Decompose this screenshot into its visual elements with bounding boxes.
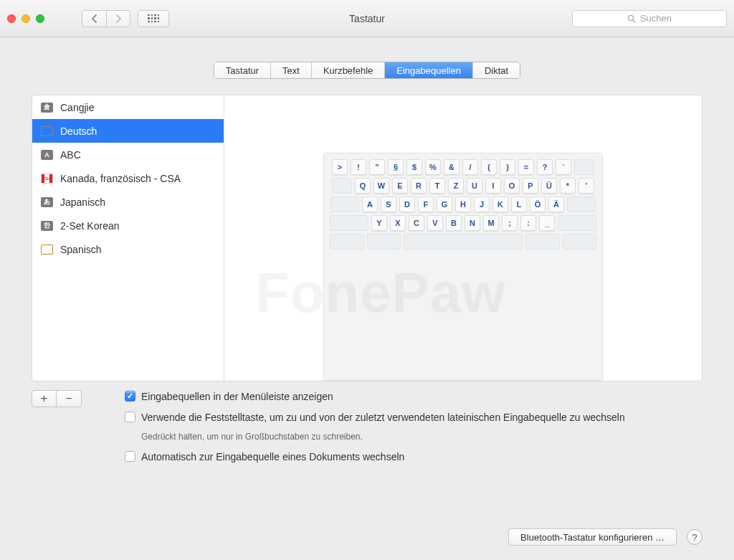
source-label: Kanada, französisch - CSA (60, 173, 181, 184)
source-deutsch[interactable]: Deutsch (32, 119, 224, 143)
key-space (404, 234, 523, 250)
help-button[interactable]: ? (687, 529, 702, 545)
key-w: W (373, 178, 389, 194)
key-§: § (388, 159, 404, 175)
key-b: B (446, 215, 462, 231)
key-z: Z (448, 178, 464, 194)
key-ü: Ü (541, 178, 557, 194)
key-$: $ (406, 159, 422, 175)
source-cangjie[interactable]: 倉 Cangjie (32, 95, 224, 119)
show-all-button[interactable] (138, 10, 169, 27)
keyboard-preview: >!"§$%&/()=?` QWERTZUIOPÜ*' ASDFGHJKLÖÄ … (224, 95, 702, 381)
key-a: A (362, 196, 378, 212)
capslock-hint: Gedrückt halten, um nur in Großbuchstabe… (141, 432, 702, 442)
source-label: Spanisch (60, 244, 102, 255)
source-label: 2-Set Korean (60, 220, 120, 232)
bluetooth-configure-button[interactable]: Bluetooth-Tastatur konfigurieren … (508, 528, 677, 546)
key-spacer (567, 196, 596, 212)
cangjie-icon: 倉 (41, 103, 53, 113)
cb-capslock-switch-label: Verwende die Feststelltaste, um zu und v… (141, 411, 625, 424)
key-t: T (429, 178, 445, 194)
zoom-icon[interactable] (36, 14, 44, 23)
key-!: ! (351, 159, 366, 175)
source-abc[interactable]: A ABC (32, 143, 224, 166)
search-input[interactable]: Suchen (572, 10, 727, 27)
key-': ' (578, 178, 594, 194)
input-sources-list: 倉 Cangjie Deutsch A ABC CSA Kanada, fran… (32, 95, 224, 381)
key-r: R (411, 178, 426, 194)
key-`: ` (556, 159, 571, 175)
remove-source-button[interactable]: − (57, 391, 81, 407)
titlebar: Tastatur Suchen (0, 0, 734, 37)
main-panel: 倉 Cangjie Deutsch A ABC CSA Kanada, fran… (32, 95, 702, 381)
key-q: Q (355, 178, 371, 194)
key-ö: Ö (530, 196, 545, 212)
key-ctrl (367, 234, 401, 250)
key-(: ( (481, 159, 497, 175)
close-icon[interactable] (7, 14, 16, 23)
key-&: & (444, 159, 459, 175)
cb-auto-switch-doc[interactable] (125, 451, 135, 462)
add-remove-source: + − (32, 390, 82, 407)
key-u: U (467, 178, 482, 194)
cb-show-menubar[interactable] (125, 391, 135, 402)
japanese-icon: あ (41, 197, 53, 207)
source-kanada[interactable]: CSA Kanada, französisch - CSA (32, 166, 224, 190)
below-panel: + − Eingabequellen in der Menüleiste anz… (32, 390, 702, 471)
key-/: / (462, 159, 478, 175)
flag-es-icon (41, 245, 53, 255)
key-s: S (381, 196, 396, 212)
search-icon (627, 14, 636, 23)
footer: Bluetooth-Tastatur konfigurieren … ? (508, 528, 702, 546)
key-:: : (520, 215, 536, 231)
key-i: I (485, 178, 501, 194)
key-;: ; (502, 215, 518, 231)
key-spacer (330, 215, 368, 231)
key-opt (525, 234, 560, 250)
tab-diktat[interactable]: Diktat (473, 62, 520, 78)
source-label: Deutsch (60, 125, 97, 137)
key-e: E (392, 178, 408, 194)
key-cmd (563, 234, 597, 250)
key-k: K (492, 196, 508, 212)
key-=: = (518, 159, 534, 175)
key-%: % (425, 159, 441, 175)
tab-tastatur[interactable]: Tastatur (214, 62, 271, 78)
svg-line-1 (633, 20, 635, 22)
key-spacer (558, 215, 596, 231)
source-spanisch[interactable]: Spanisch (32, 237, 224, 261)
key-ä: Ä (548, 196, 564, 212)
source-korean[interactable]: 한 2-Set Korean (32, 214, 224, 237)
back-button[interactable] (82, 10, 106, 27)
key-): ) (500, 159, 515, 175)
cb-show-menubar-label: Eingabequellen in der Menüleiste anzeige… (141, 390, 333, 404)
source-japanisch[interactable]: あ Japanisch (32, 190, 224, 214)
source-label: ABC (60, 149, 81, 161)
key-c: C (409, 215, 424, 231)
cb-auto-switch-doc-label: Automatisch zur Eingabequelle eines Doku… (141, 450, 404, 464)
minimize-icon[interactable] (22, 14, 30, 23)
cb-capslock-switch[interactable] (125, 412, 135, 422)
source-label: Japanisch (60, 196, 105, 208)
key-d: D (399, 196, 415, 212)
tab-text[interactable]: Text (271, 62, 312, 78)
add-source-button[interactable]: + (32, 391, 57, 407)
key-spacer (332, 178, 352, 194)
key-g: G (437, 196, 452, 212)
forward-button[interactable] (106, 10, 130, 27)
abc-icon: A (41, 150, 53, 160)
tab-eingabequellen[interactable]: Eingabequellen (385, 62, 473, 78)
key-o: O (504, 178, 520, 194)
key-*: * (560, 178, 576, 194)
korean-icon: 한 (41, 221, 53, 231)
search-placeholder: Suchen (640, 13, 672, 24)
key-j: J (474, 196, 490, 212)
key-fn (330, 234, 364, 250)
key-p: P (523, 178, 538, 194)
grid-icon (148, 14, 159, 23)
key-l: L (511, 196, 527, 212)
key-spacer (330, 196, 359, 212)
tab-kurzbefehle[interactable]: Kurzbefehle (312, 62, 385, 78)
key-f: F (418, 196, 434, 212)
virtual-keyboard: >!"§$%&/()=?` QWERTZUIOPÜ*' ASDFGHJKLÖÄ … (323, 153, 603, 381)
